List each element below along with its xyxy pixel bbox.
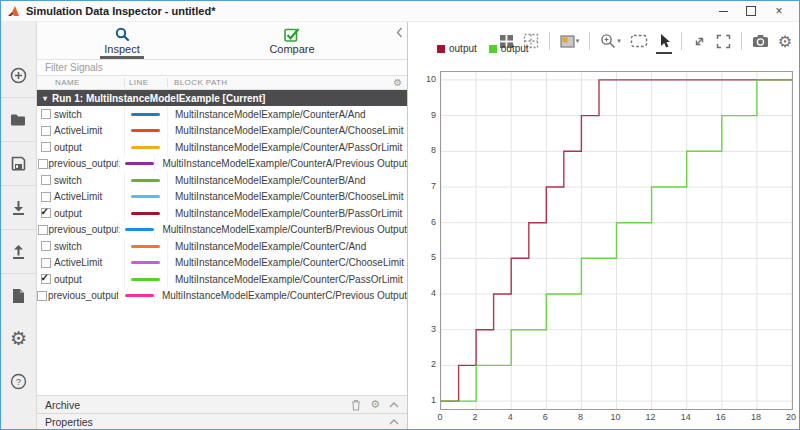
plot-area[interactable]: [440, 71, 793, 410]
pointer-button[interactable]: [656, 32, 672, 50]
signal-row[interactable]: previous_outputMultiInstanceModelExample…: [37, 288, 407, 305]
legend-label: output: [449, 43, 477, 54]
signal-row[interactable]: ✓outputMultiInstanceModelExample/Counter…: [37, 205, 407, 222]
document-icon: [12, 288, 25, 304]
signal-checkbox[interactable]: [41, 175, 51, 185]
signal-row[interactable]: switchMultiInstanceModelExample/CounterB…: [37, 172, 407, 189]
toolbar-separator: [681, 32, 682, 50]
column-block-path[interactable]: BLOCK PATH: [167, 78, 389, 87]
table-settings-gear-icon[interactable]: ⚙: [389, 77, 407, 88]
signal-name: output: [54, 274, 124, 285]
signal-row[interactable]: previous_outputMultiInstanceModelExample…: [37, 222, 407, 239]
signal-checkbox[interactable]: [41, 258, 51, 268]
signal-checkbox[interactable]: [41, 142, 51, 152]
trash-icon[interactable]: [351, 399, 361, 411]
chevron-up-icon[interactable]: [389, 402, 399, 408]
signal-line-swatch: [131, 278, 160, 281]
dropdown-caret-icon: ▾: [617, 37, 621, 45]
signal-row[interactable]: previous_outputMultiInstanceModelExample…: [37, 156, 407, 173]
collapse-panel-button[interactable]: [396, 24, 403, 42]
signal-name: switch: [54, 109, 124, 120]
collapse-run-icon[interactable]: ▾: [43, 94, 47, 103]
chart-panel: ▾ ▾: [408, 22, 799, 430]
signal-line-swatch: [131, 212, 160, 215]
y-tick-label: 2: [410, 359, 436, 369]
signal-name: switch: [54, 241, 124, 252]
pan-expand-icon: [692, 34, 707, 49]
report-button[interactable]: [1, 274, 36, 317]
tab-compare[interactable]: Compare: [207, 22, 377, 59]
signal-row[interactable]: switchMultiInstanceModelExample/CounterC…: [37, 238, 407, 255]
close-icon: ×: [775, 5, 782, 17]
legend-item: output: [437, 43, 477, 54]
add-button[interactable]: [1, 54, 36, 98]
archive-label: Archive: [45, 399, 80, 411]
column-line[interactable]: LINE: [124, 78, 167, 87]
active-tool-indicator: [656, 52, 672, 54]
legend-swatch: [489, 45, 497, 53]
signal-checkbox[interactable]: [41, 192, 51, 202]
signal-row[interactable]: ActiveLimitMultiInstanceModelExample/Cou…: [37, 255, 407, 272]
preferences-button[interactable]: ⚙: [1, 317, 36, 360]
signal-block-path: MultiInstanceModelExample/CounterB/PassO…: [167, 205, 407, 222]
signal-row[interactable]: ActiveLimitMultiInstanceModelExample/Cou…: [37, 189, 407, 206]
x-tick-label: 6: [535, 412, 555, 422]
signal-row[interactable]: ActiveLimitMultiInstanceModelExample/Cou…: [37, 123, 407, 140]
help-button[interactable]: ?: [1, 360, 36, 403]
archive-bar[interactable]: Archive ⚙: [37, 395, 407, 413]
chart-settings-button[interactable]: ⚙: [777, 31, 793, 52]
signal-line-swatch: [131, 195, 160, 198]
signal-checkbox[interactable]: [38, 225, 48, 235]
signal-rows: switchMultiInstanceModelExample/CounterA…: [37, 106, 407, 304]
filter-signals-input[interactable]: Filter Signals: [37, 59, 407, 75]
signal-name: previous_output: [48, 158, 118, 169]
signal-checkbox[interactable]: [37, 291, 47, 301]
chevron-up-icon[interactable]: [389, 419, 399, 425]
x-tick-label: 14: [676, 412, 696, 422]
open-button[interactable]: [1, 98, 36, 142]
signal-name: previous_output: [48, 224, 118, 235]
signal-line-swatch: [131, 179, 160, 182]
properties-bar[interactable]: Properties: [37, 413, 407, 430]
signal-line-swatch: [131, 245, 160, 248]
gear-icon: ⚙: [10, 329, 27, 348]
save-icon: [11, 156, 26, 171]
import-button[interactable]: [1, 186, 36, 230]
signal-checkbox[interactable]: ✓: [41, 274, 51, 284]
signal-block-path: MultiInstanceModelExample/CounterB/Choos…: [167, 189, 407, 206]
signal-row[interactable]: outputMultiInstanceModelExample/CounterA…: [37, 139, 407, 156]
minimize-button[interactable]: [709, 2, 737, 20]
signal-checkbox[interactable]: [41, 126, 51, 136]
save-button[interactable]: [1, 142, 36, 186]
signal-checkbox[interactable]: ✓: [41, 208, 51, 218]
close-button[interactable]: ×: [765, 2, 793, 20]
column-name[interactable]: NAME: [37, 78, 124, 87]
zoom-in-button[interactable]: ▾: [599, 32, 622, 50]
signal-checkbox[interactable]: [41, 109, 51, 119]
folder-icon: [10, 113, 27, 127]
signal-checkbox[interactable]: [38, 159, 48, 169]
pan-expand-button[interactable]: [691, 33, 708, 50]
maximize-button[interactable]: [737, 2, 765, 20]
title-bar: Simulation Data Inspector - untitled* ×: [1, 1, 799, 22]
legend-item: output: [489, 43, 529, 54]
fit-to-view-button[interactable]: [629, 33, 649, 49]
fullscreen-button[interactable]: [715, 33, 732, 50]
signal-line-swatch: [131, 113, 160, 116]
signal-checkbox[interactable]: [41, 241, 51, 251]
export-button[interactable]: [1, 230, 36, 274]
y-tick-label: 3: [410, 324, 436, 334]
y-tick-label: 7: [410, 181, 436, 191]
y-tick-label: 5: [410, 252, 436, 262]
signal-line-swatch: [125, 162, 154, 165]
chevron-left-icon: [396, 27, 403, 38]
view-selector-button[interactable]: ▾: [559, 34, 581, 49]
signal-row[interactable]: ✓outputMultiInstanceModelExample/Counter…: [37, 271, 407, 288]
toolbar-separator: [549, 32, 550, 50]
run-header[interactable]: ▾ Run 1: MultiInstanceModelExample [Curr…: [37, 90, 407, 106]
snapshot-button[interactable]: [751, 33, 770, 49]
tab-inspect[interactable]: Inspect: [37, 22, 207, 59]
properties-label: Properties: [45, 416, 93, 428]
archive-gear-icon[interactable]: ⚙: [370, 399, 380, 410]
signal-row[interactable]: switchMultiInstanceModelExample/CounterA…: [37, 106, 407, 123]
